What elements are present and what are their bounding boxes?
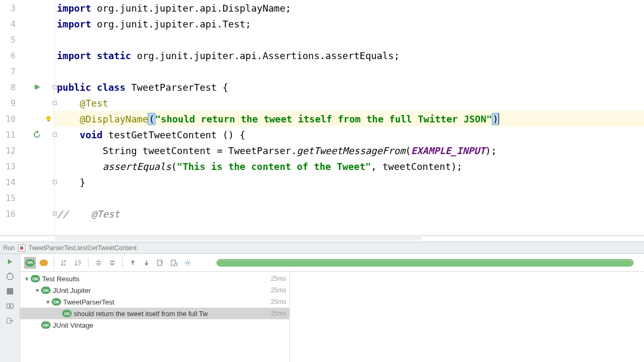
exit-button[interactable] [5, 316, 15, 326]
stop-button[interactable] [5, 287, 15, 296]
code-area[interactable]: import org.junit.jupiter.api.DisplayName… [55, 0, 644, 235]
line-number: 9 [0, 98, 20, 108]
rerun-button[interactable] [5, 257, 15, 266]
test-ok-badge: OK [52, 298, 61, 306]
test-tree[interactable]: ▼OKTest Results25ms▼OKJUnit Jupiter25ms▼… [20, 272, 290, 362]
test-duration: 25ms [271, 287, 286, 294]
svg-rect-13 [158, 260, 162, 265]
test-toolbar: OK az [20, 254, 644, 272]
svg-point-2 [46, 116, 51, 120]
tree-twisty-icon[interactable]: ▼ [44, 299, 52, 305]
svg-text:z: z [64, 263, 66, 266]
test-duration: 25ms [271, 310, 286, 317]
svg-point-16 [187, 262, 189, 264]
code-line[interactable]: @DisplayName("should return the tweet it… [55, 111, 644, 127]
previous-failed-button[interactable] [127, 257, 139, 269]
code-line[interactable]: import org.junit.jupiter.api.DisplayName… [55, 0, 644, 16]
test-tree-row[interactable]: ▼OKTest Results25ms [20, 273, 289, 284]
line-number: 14 [0, 177, 20, 187]
sort-duration-button[interactable] [72, 257, 84, 269]
separator [88, 258, 89, 268]
svg-point-6 [7, 273, 13, 280]
svg-point-9 [9, 305, 11, 307]
test-ok-badge: OK [41, 287, 51, 294]
test-duration: 25ms [271, 298, 286, 306]
separator [122, 258, 123, 268]
separator [54, 258, 54, 268]
text-cursor [499, 113, 499, 125]
svg-marker-5 [8, 259, 12, 264]
sort-button[interactable]: az [58, 257, 70, 269]
code-line[interactable]: public class TweetParserTest { [55, 79, 644, 95]
settings-button[interactable] [182, 257, 193, 269]
expand-all-button[interactable] [93, 257, 104, 269]
test-label: TweetParserTest [63, 298, 271, 306]
svg-text:a: a [64, 259, 66, 263]
code-line[interactable] [55, 190, 644, 206]
toggle-auto-test-button[interactable] [5, 272, 15, 281]
test-progress-bar [217, 259, 633, 266]
code-line[interactable]: } [55, 174, 644, 190]
line-number: 11 [0, 130, 20, 140]
code-line[interactable]: assertEquals("This is the content of the… [55, 158, 644, 174]
test-duration: 25ms [271, 275, 286, 282]
code-editor[interactable]: 345678−9−1011−121314−1516+ import org.ju… [0, 0, 644, 235]
line-number: 5 [0, 35, 20, 45]
history-button[interactable] [168, 257, 180, 269]
tree-twisty-icon[interactable]: ▼ [23, 276, 31, 282]
line-number: 13 [0, 161, 20, 172]
run-config-name: TweetParserTest.testGetTweetContent [28, 244, 136, 252]
line-number: 3 [0, 3, 20, 13]
code-line[interactable]: // @Test [55, 206, 644, 222]
code-line[interactable]: import org.junit.jupiter.api.Test; [55, 16, 644, 32]
test-tree-row[interactable]: OKshould return the tweet itself from th… [20, 308, 289, 319]
line-number: 6 [0, 51, 20, 61]
test-ok-badge: OK [62, 310, 72, 317]
editor-gutter: 345678−9−1011−121314−1516+ [0, 0, 55, 235]
run-label: Run [3, 244, 15, 252]
show-ignored-button[interactable] [38, 257, 50, 269]
code-line[interactable]: String tweetContent = TweetParser.getTwe… [55, 142, 644, 158]
code-line[interactable] [55, 32, 644, 47]
rerun-line-icon[interactable] [33, 130, 41, 139]
test-ok-badge: OK [31, 275, 40, 282]
collapse-all-button[interactable] [106, 257, 118, 269]
line-number: 7 [0, 66, 20, 77]
run-stop-icon [18, 244, 25, 252]
run-panel: OK az ▼OKTest Results25ms▼OKJUnit Jupite… [0, 254, 644, 362]
run-line-icon[interactable] [33, 83, 41, 91]
next-failed-button[interactable] [141, 257, 152, 269]
code-line[interactable]: @Test [55, 95, 644, 111]
line-number: 16 [0, 209, 20, 219]
svg-rect-3 [47, 120, 50, 121]
svg-marker-4 [37, 130, 39, 134]
show-passed-button[interactable]: OK [24, 257, 36, 269]
code-line[interactable]: void testGetTweetContent () { [55, 127, 644, 142]
line-number: 15 [0, 193, 20, 203]
test-tree-row[interactable]: OKJUnit Vintage [20, 319, 289, 331]
test-label: Test Results [42, 275, 271, 283]
horizontal-scrollbar[interactable] [55, 235, 422, 241]
run-left-toolbar [0, 254, 20, 362]
test-ok-badge: OK [41, 321, 51, 329]
test-output[interactable] [290, 272, 644, 362]
run-toolwindow-header[interactable]: Run TweetParserTest.testGetTweetContent [0, 242, 644, 254]
intention-bulb-icon[interactable] [45, 115, 52, 122]
test-tree-row[interactable]: ▼OKTweetParserTest25ms [20, 296, 289, 308]
line-number: 10 [0, 114, 20, 124]
line-number: 8 [0, 82, 20, 92]
svg-rect-7 [7, 288, 13, 294]
line-number: 12 [0, 146, 20, 156]
test-label: JUnit Vintage [53, 321, 286, 329]
test-label: JUnit Jupiter [53, 287, 271, 294]
tree-twisty-icon[interactable]: ▼ [34, 288, 41, 293]
line-number: 4 [0, 19, 20, 29]
code-line[interactable] [55, 63, 644, 79]
test-label: should return the tweet itself from the … [74, 310, 271, 318]
dump-button[interactable] [5, 301, 15, 311]
export-button[interactable] [154, 257, 166, 269]
code-line[interactable]: import static org.junit.jupiter.api.Asse… [55, 47, 644, 63]
test-tree-row[interactable]: ▼OKJUnit Jupiter25ms [20, 284, 289, 296]
svg-marker-1 [36, 84, 41, 90]
